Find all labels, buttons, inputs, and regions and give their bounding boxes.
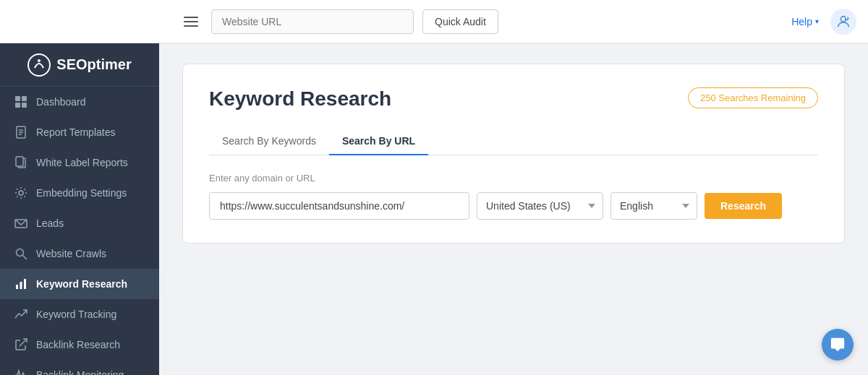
searches-remaining-badge: 250 Searches Remaining <box>688 87 818 108</box>
sidebar-item-label: Backlink Research <box>36 339 120 350</box>
sidebar-item-report-templates[interactable]: Report Templates <box>0 117 159 147</box>
svg-point-5 <box>38 59 41 62</box>
bar-chart-icon <box>14 277 27 290</box>
quick-audit-button[interactable]: Quick Audit <box>422 9 498 34</box>
settings-icon <box>14 186 27 199</box>
user-avatar[interactable] <box>830 9 856 35</box>
domain-input[interactable] <box>209 192 469 220</box>
search-row: United States (US) United Kingdom (UK) C… <box>209 192 818 220</box>
sidebar-item-label: Keyword Research <box>36 278 127 290</box>
website-url-input[interactable] <box>211 9 414 34</box>
svg-rect-15 <box>16 157 23 166</box>
sidebar-item-keyword-tracking[interactable]: Keyword Tracking <box>0 299 159 329</box>
sidebar-item-label: Embedding Settings <box>36 187 127 199</box>
chat-icon <box>830 337 846 353</box>
sidebar-item-label: Keyword Tracking <box>36 309 116 320</box>
help-chevron-icon: ▾ <box>815 17 819 25</box>
tab-search-by-url[interactable]: Search By URL <box>329 128 428 155</box>
file-text-icon <box>14 126 27 139</box>
sidebar-item-website-crawls[interactable]: Website Crawls <box>0 238 159 269</box>
copy-icon <box>14 156 27 169</box>
sidebar-logo-area: SEOptimer <box>0 43 159 87</box>
research-button[interactable]: Research <box>705 193 782 219</box>
sidebar-item-label: Report Templates <box>36 126 115 138</box>
page-header: Keyword Research 250 Searches Remaining <box>209 87 818 111</box>
svg-point-16 <box>19 191 23 195</box>
svg-rect-21 <box>20 282 22 289</box>
sidebar-item-white-label-reports[interactable]: White Label Reports <box>0 147 159 178</box>
sidebar: SEOptimer Dashboard Report Templates Whi… <box>0 43 159 375</box>
svg-line-19 <box>23 256 27 260</box>
sidebar-item-label: Leads <box>36 217 64 229</box>
sidebar-item-keyword-research[interactable]: Keyword Research <box>0 269 159 299</box>
trending-up-icon <box>14 308 27 321</box>
layout: SEOptimer Dashboard Report Templates Whi… <box>0 43 868 375</box>
svg-rect-8 <box>15 103 20 108</box>
tabs-container: Search By Keywords Search By URL <box>209 128 818 155</box>
svg-rect-6 <box>15 96 20 101</box>
main-content: Keyword Research 250 Searches Remaining … <box>159 43 868 375</box>
sidebar-logo: SEOptimer <box>27 53 131 77</box>
svg-rect-22 <box>24 279 26 289</box>
sidebar-item-dashboard[interactable]: Dashboard <box>0 87 159 117</box>
user-icon <box>835 14 851 30</box>
language-select[interactable]: English Spanish French German <box>610 192 697 220</box>
svg-rect-9 <box>22 103 27 108</box>
activity-icon <box>14 368 27 375</box>
external-link-icon <box>14 338 27 351</box>
mail-icon <box>14 217 27 230</box>
country-select[interactable]: United States (US) United Kingdom (UK) C… <box>477 192 603 220</box>
hamburger-button[interactable] <box>179 12 203 31</box>
sidebar-item-label: White Label Reports <box>36 157 128 168</box>
topbar-right: Help ▾ <box>791 9 856 35</box>
search-icon <box>14 247 27 260</box>
topbar: Quick Audit Help ▾ <box>0 0 868 43</box>
grid-icon <box>14 95 27 108</box>
svg-line-23 <box>20 339 27 346</box>
sidebar-item-label: Backlink Monitoring <box>36 369 124 375</box>
sidebar-item-embedding-settings[interactable]: Embedding Settings <box>0 178 159 208</box>
page-title: Keyword Research <box>209 87 391 111</box>
svg-point-18 <box>17 249 24 257</box>
search-area-label: Enter any domain or URL <box>209 173 818 184</box>
help-button[interactable]: Help ▾ <box>791 16 819 27</box>
sidebar-item-backlink-research[interactable]: Backlink Research <box>0 329 159 360</box>
svg-point-4 <box>28 54 50 76</box>
chat-bubble-button[interactable] <box>822 329 854 361</box>
sidebar-item-label: Dashboard <box>36 96 86 108</box>
tab-search-by-keywords[interactable]: Search By Keywords <box>209 128 329 155</box>
sidebar-item-backlink-monitoring[interactable]: Backlink Monitoring <box>0 360 159 375</box>
sidebar-item-label: Website Crawls <box>36 248 106 259</box>
svg-rect-7 <box>22 96 27 101</box>
sidebar-item-leads[interactable]: Leads <box>0 208 159 238</box>
svg-rect-20 <box>16 285 18 289</box>
seoptimer-logo-icon <box>27 53 51 77</box>
content-card: Keyword Research 250 Searches Remaining … <box>182 64 845 243</box>
